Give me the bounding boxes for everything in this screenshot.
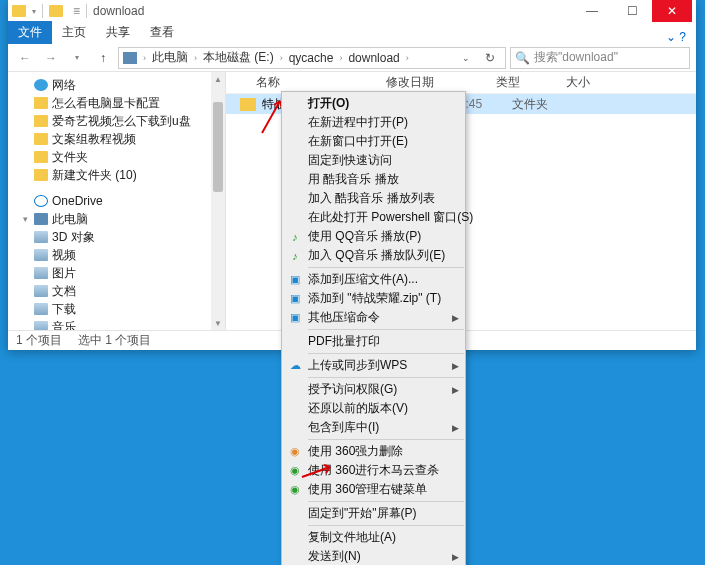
- menu-item[interactable]: ▣添加到 "特战荣耀.zip" (T): [282, 289, 465, 308]
- 360-icon: ◉: [287, 463, 303, 479]
- menu-item[interactable]: 固定到快速访问: [282, 151, 465, 170]
- menu-item[interactable]: ☁上传或同步到WPS▶: [282, 356, 465, 375]
- nav-item[interactable]: 图片: [8, 264, 225, 282]
- menu-item[interactable]: 在新窗口中打开(E): [282, 132, 465, 151]
- menu-item-label: 授予访问权限(G): [308, 381, 397, 398]
- nav-item[interactable]: ▾此电脑: [8, 210, 225, 228]
- chevron-right-icon[interactable]: ›: [406, 53, 409, 63]
- menu-item[interactable]: 复制文件地址(A): [282, 528, 465, 547]
- pc-icon: [123, 52, 137, 64]
- nav-item-label: 网络: [52, 77, 76, 94]
- fold-icon: [34, 133, 48, 145]
- menu-item[interactable]: ◉使用 360管理右键菜单: [282, 480, 465, 499]
- menu-item[interactable]: ▣其他压缩命令▶: [282, 308, 465, 327]
- qat-dropdown-icon[interactable]: ▾: [32, 7, 36, 16]
- col-type[interactable]: 类型: [496, 74, 566, 91]
- nav-item-label: 此电脑: [52, 211, 88, 228]
- scroll-up-icon[interactable]: ▲: [211, 72, 225, 86]
- menu-item[interactable]: 还原以前的版本(V): [282, 399, 465, 418]
- menu-item[interactable]: ◉使用 360强力删除: [282, 442, 465, 461]
- back-button[interactable]: ←: [14, 47, 36, 69]
- obj-icon: [34, 321, 48, 330]
- up-button[interactable]: ↑: [92, 47, 114, 69]
- menu-item[interactable]: PDF批量打印: [282, 332, 465, 351]
- menu-item[interactable]: 用 酷我音乐 播放: [282, 170, 465, 189]
- recent-button[interactable]: ▾: [66, 47, 88, 69]
- nav-item[interactable]: OneDrive: [8, 192, 225, 210]
- maximize-button[interactable]: ☐: [612, 0, 652, 22]
- menu-item-label: 固定到"开始"屏幕(P): [308, 505, 417, 522]
- submenu-arrow-icon: ▶: [452, 313, 459, 323]
- menu-item-label: 添加到 "特战荣耀.zip" (T): [308, 290, 441, 307]
- folder-icon: [12, 5, 26, 17]
- submenu-arrow-icon: ▶: [452, 361, 459, 371]
- close-button[interactable]: ✕: [652, 0, 692, 22]
- menu-item[interactable]: 包含到库中(I)▶: [282, 418, 465, 437]
- minimize-button[interactable]: —: [572, 0, 612, 22]
- nav-item[interactable]: 3D 对象: [8, 228, 225, 246]
- window-title: download: [93, 4, 144, 18]
- col-date[interactable]: 修改日期: [386, 74, 496, 91]
- menu-item[interactable]: ♪加入 QQ音乐 播放队列(E): [282, 246, 465, 265]
- tab-share[interactable]: 共享: [96, 21, 140, 44]
- address-bar[interactable]: › 此电脑 › 本地磁盘 (E:) › qycache › download ›…: [118, 47, 506, 69]
- nav-item[interactable]: 音乐: [8, 318, 225, 330]
- menu-item-label: 固定到快速访问: [308, 152, 392, 169]
- scrollbar[interactable]: ▲ ▼: [211, 72, 225, 330]
- expand-icon[interactable]: ▾: [20, 214, 30, 224]
- menu-item[interactable]: 在此处打开 Powershell 窗口(S): [282, 208, 465, 227]
- chevron-right-icon[interactable]: ›: [143, 53, 146, 63]
- menu-item[interactable]: 授予访问权限(G)▶: [282, 380, 465, 399]
- crumb[interactable]: qycache: [289, 51, 334, 65]
- refresh-icon[interactable]: ↻: [479, 47, 501, 69]
- menu-item[interactable]: 在新进程中打开(P): [282, 113, 465, 132]
- menu-item-label: 使用 QQ音乐 播放(P): [308, 228, 421, 245]
- crumb[interactable]: download: [348, 51, 399, 65]
- nav-item[interactable]: 文件夹: [8, 148, 225, 166]
- 360-icon: ◉: [287, 444, 303, 460]
- scroll-down-icon[interactable]: ▼: [211, 316, 225, 330]
- menu-item[interactable]: 发送到(N)▶: [282, 547, 465, 565]
- tab-file[interactable]: 文件: [8, 21, 52, 44]
- crumb[interactable]: 本地磁盘 (E:): [203, 49, 274, 66]
- menu-item[interactable]: 固定到"开始"屏幕(P): [282, 504, 465, 523]
- nav-item[interactable]: 文案组教程视频: [8, 130, 225, 148]
- obj-icon: [34, 285, 48, 297]
- cloud-icon: [34, 195, 48, 207]
- menu-item[interactable]: ◉使用 360进行木马云查杀: [282, 461, 465, 480]
- chevron-right-icon[interactable]: ›: [339, 53, 342, 63]
- col-size[interactable]: 大小: [566, 74, 696, 91]
- nav-item[interactable]: 新建文件夹 (10): [8, 166, 225, 184]
- col-name[interactable]: 名称: [256, 74, 386, 91]
- crumb[interactable]: 此电脑: [152, 49, 188, 66]
- nav-item[interactable]: 视频: [8, 246, 225, 264]
- ribbon-toggle-icon[interactable]: ⌄ ?: [656, 30, 696, 44]
- addr-dropdown-icon[interactable]: ⌄: [455, 47, 477, 69]
- nav-item[interactable]: 网络: [8, 76, 225, 94]
- nav-item-label: OneDrive: [52, 194, 103, 208]
- menu-item[interactable]: 打开(O): [282, 94, 465, 113]
- nav-item[interactable]: 下载: [8, 300, 225, 318]
- chevron-right-icon[interactable]: ›: [194, 53, 197, 63]
- forward-button[interactable]: →: [40, 47, 62, 69]
- nav-item[interactable]: 文档: [8, 282, 225, 300]
- menu-item[interactable]: 加入 酷我音乐 播放列表: [282, 189, 465, 208]
- tab-view[interactable]: 查看: [140, 21, 184, 44]
- nav-item[interactable]: 怎么看电脑显卡配置: [8, 94, 225, 112]
- tab-home[interactable]: 主页: [52, 21, 96, 44]
- nav-item-label: 新建文件夹 (10): [52, 167, 137, 184]
- obj-icon: [34, 267, 48, 279]
- scrollbar-thumb[interactable]: [213, 102, 223, 192]
- menu-item[interactable]: ▣添加到压缩文件(A)...: [282, 270, 465, 289]
- titlebar[interactable]: ▾ ≡ download — ☐ ✕: [8, 0, 696, 22]
- qq-icon: ♪: [287, 229, 303, 245]
- chevron-right-icon[interactable]: ›: [280, 53, 283, 63]
- menu-item-label: 在新窗口中打开(E): [308, 133, 408, 150]
- fold-icon: [34, 115, 48, 127]
- nav-tree[interactable]: 网络怎么看电脑显卡配置爱奇艺视频怎么下载到u盘文案组教程视频文件夹新建文件夹 (…: [8, 72, 226, 330]
- net-icon: [34, 79, 48, 91]
- menu-separator: [308, 353, 464, 354]
- search-input[interactable]: 🔍 搜索"download": [510, 47, 690, 69]
- nav-item[interactable]: 爱奇艺视频怎么下载到u盘: [8, 112, 225, 130]
- menu-item[interactable]: ♪使用 QQ音乐 播放(P): [282, 227, 465, 246]
